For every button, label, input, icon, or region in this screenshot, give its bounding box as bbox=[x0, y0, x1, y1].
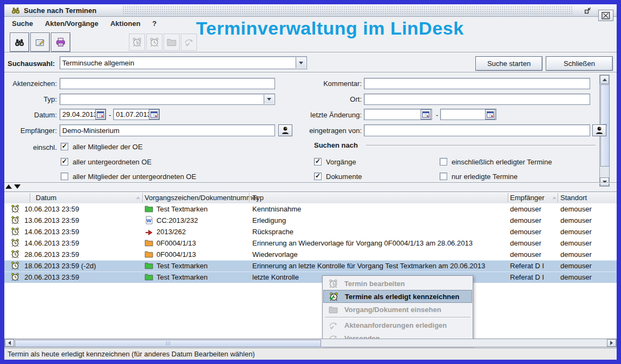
table-row[interactable]: 14.06.2013 23:59 0F0004/1/13 Erinnerung … bbox=[4, 237, 617, 249]
aenderung-separator: - bbox=[436, 111, 438, 119]
menu-suche[interactable]: Suche bbox=[12, 19, 33, 28]
suchauswahl-value: Terminsuche allgemein bbox=[62, 59, 134, 67]
menu-hilfe[interactable]: ? bbox=[152, 19, 156, 28]
separator bbox=[4, 72, 617, 73]
scroll-left-icon[interactable] bbox=[5, 339, 14, 347]
menu-aktionen[interactable]: Aktionen bbox=[110, 19, 141, 28]
scroll-up-icon[interactable] bbox=[600, 75, 609, 84]
splitter-toggle[interactable] bbox=[5, 184, 21, 189]
menu-item-termin-bearbeiten: Termin bearbeiten bbox=[323, 277, 472, 290]
scroll-right-icon[interactable] bbox=[607, 339, 616, 347]
cell-standort: demouser bbox=[560, 262, 592, 270]
record-folder-icon bbox=[167, 37, 177, 47]
cell-typ: Erinnerung an letzte Kontrolle für Vorga… bbox=[252, 262, 485, 270]
suchauswahl-combobox[interactable]: Terminsuche allgemein bbox=[60, 56, 307, 69]
alarm-check-icon bbox=[329, 292, 338, 301]
cell-empfaenger: demouser bbox=[510, 205, 541, 213]
table-row[interactable]: 13.06.2013 23:59 CC:2013/232 Erledigung … bbox=[4, 215, 617, 226]
datum-from-calendar-button[interactable] bbox=[95, 109, 106, 120]
scroll-down-icon[interactable] bbox=[600, 177, 609, 186]
aktenzeichen-input[interactable] bbox=[60, 78, 275, 89]
table-row-selected[interactable]: 18.06.2013 23:59 (-2d) Test Textmarken E… bbox=[4, 260, 617, 272]
cell-vorgang: 2013/262 bbox=[156, 228, 186, 236]
eingetragen-picker-button[interactable] bbox=[592, 124, 606, 136]
chevron-down-icon[interactable] bbox=[296, 57, 306, 68]
menu-item-vorgang-einsehen: Vorgang/Dokument einsehen bbox=[323, 303, 472, 316]
cell-standort: demouser bbox=[560, 250, 592, 259]
search-button[interactable] bbox=[10, 32, 29, 52]
green-folder-icon bbox=[145, 273, 153, 281]
green-folder-icon bbox=[145, 261, 153, 270]
checkbox-label: einschließlich erledigter Termine bbox=[452, 158, 552, 166]
table-row-selected[interactable]: 20.06.2013 23:59 Test Textmarken letzte … bbox=[4, 272, 617, 283]
cell-empfaenger: demouser bbox=[510, 216, 541, 224]
chevron-down-icon[interactable] bbox=[264, 95, 274, 104]
cell-datum: 14.06.2013 23:59 bbox=[24, 228, 79, 236]
menu-separator bbox=[325, 317, 470, 317]
cell-empfaenger: Referat D I bbox=[510, 262, 544, 270]
table-row[interactable]: 10.06.2013 23:59 Test Textmarken Kenntni… bbox=[4, 203, 617, 215]
column-header-standort[interactable]: Standort bbox=[560, 194, 587, 202]
collapse-up-icon[interactable] bbox=[5, 184, 12, 189]
cell-typ: Erledigung bbox=[252, 216, 286, 224]
cell-vorgang: 0F0004/1/13 bbox=[156, 250, 196, 259]
suche-starten-button[interactable]: Suche starten bbox=[475, 56, 542, 71]
column-header-typ[interactable]: Typ bbox=[252, 194, 264, 202]
restore-icon[interactable] bbox=[584, 6, 592, 15]
datum-from-value: 29.04.2013 bbox=[62, 110, 97, 118]
calendar-icon bbox=[486, 110, 494, 118]
empfaenger-input[interactable]: Demo-Ministerium bbox=[60, 124, 275, 136]
schliessen-button[interactable]: Schließen bbox=[546, 56, 613, 71]
aenderung-from-calendar-button[interactable] bbox=[421, 109, 431, 120]
column-header-vorgangszeichen[interactable]: Vorgangszeichen/Dokumentnummer bbox=[145, 194, 258, 202]
typ-combobox[interactable] bbox=[60, 94, 275, 105]
titlebar[interactable]: Suche nach Terminen bbox=[4, 4, 617, 17]
eingetragen-von-input[interactable] bbox=[364, 124, 590, 136]
table-row[interactable]: 28.06.2013 23:59 0F0004/1/13 Wiedervorla… bbox=[4, 249, 617, 260]
kommentar-input[interactable] bbox=[364, 78, 590, 89]
checkbox-vorgaenge[interactable]: ✓ bbox=[314, 158, 322, 166]
cell-empfaenger: demouser bbox=[510, 250, 541, 259]
alarm-clock-icon bbox=[11, 261, 19, 270]
cell-typ: Erinnerung an Wiedervorlage für Vorgang … bbox=[252, 239, 473, 247]
cell-datum: 10.06.2013 23:59 bbox=[24, 205, 79, 213]
checkbox-alle-mitglieder-oe[interactable]: ✓ bbox=[61, 143, 68, 150]
edit-appointment-icon bbox=[329, 279, 338, 288]
separator bbox=[4, 182, 617, 183]
scrollbar-thumb[interactable] bbox=[15, 340, 321, 347]
application-frame: Suche nach Terminen Suche Akten/Vorgänge… bbox=[0, 0, 621, 364]
alarm-clock-icon bbox=[11, 227, 19, 236]
collapse-down-icon[interactable] bbox=[14, 184, 21, 189]
print-icon bbox=[56, 37, 66, 47]
checkbox-untergeordnete-oe[interactable]: ✓ bbox=[61, 158, 68, 166]
group-separator-line bbox=[366, 145, 596, 146]
cell-typ: Rücksprache bbox=[252, 228, 293, 236]
aenderung-to-calendar-button[interactable] bbox=[485, 109, 495, 120]
menu-akten-vorgaenge[interactable]: Akten/Vorgänge bbox=[45, 19, 99, 28]
menu-item-termine-erledigt[interactable]: Termine als erledigt kennzeichnen bbox=[323, 290, 472, 303]
edit-appointment-icon bbox=[132, 37, 142, 47]
check-mark: ✓ bbox=[315, 173, 321, 179]
checkbox-dokumente[interactable]: ✓ bbox=[314, 173, 322, 180]
column-header-datum[interactable]: Datum bbox=[36, 194, 56, 202]
person-icon bbox=[595, 126, 604, 135]
checkbox-einschliesslich-erledigter[interactable] bbox=[440, 158, 447, 166]
ort-input[interactable] bbox=[364, 94, 590, 105]
ort-label: Ort: bbox=[282, 95, 362, 103]
cell-empfaenger: demouser bbox=[510, 239, 541, 247]
edit-search-button[interactable] bbox=[30, 32, 50, 52]
column-separator bbox=[30, 193, 30, 202]
datum-to-calendar-button[interactable] bbox=[149, 109, 159, 120]
toolbar bbox=[4, 30, 617, 52]
table-row[interactable]: 14.06.2013 23:59 2013/262 Rücksprache de… bbox=[4, 226, 617, 237]
column-header-empfaenger[interactable]: Empfänger bbox=[510, 194, 545, 202]
datum-separator: - bbox=[109, 111, 111, 119]
suchen-nach-label: Suchen nach bbox=[314, 141, 358, 149]
table-horizontal-scrollbar[interactable] bbox=[4, 339, 617, 347]
checkbox-nur-erledigte[interactable] bbox=[440, 173, 447, 180]
checkbox-mitglieder-untergeordnete-oe[interactable] bbox=[61, 173, 68, 180]
checkbox-label: aller Mitglieder der untergeordneten OE bbox=[73, 173, 196, 181]
column-separator bbox=[558, 193, 558, 202]
menu-item-label: Aktenanforderungen erledigen bbox=[344, 321, 447, 329]
print-button[interactable] bbox=[51, 32, 70, 52]
